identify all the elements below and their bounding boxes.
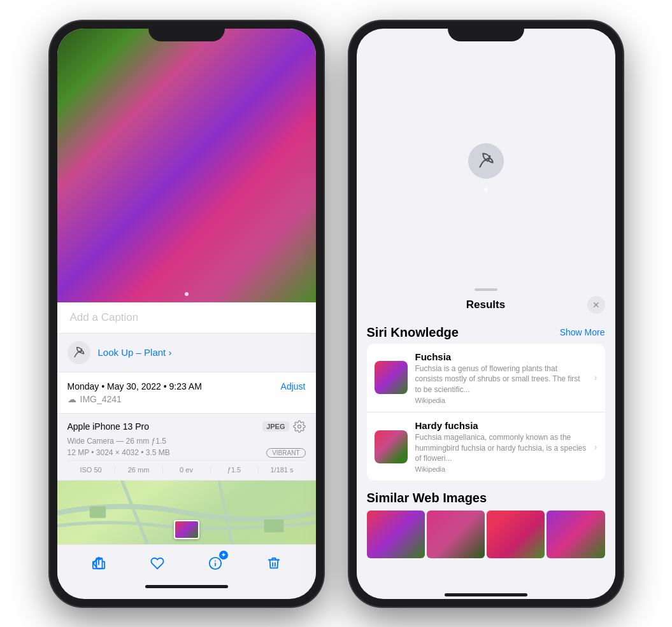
- similar-image-2[interactable]: [427, 511, 485, 558]
- vl-dot-indicator: [484, 188, 488, 192]
- right-phone: Results ✕ Siri Knowledge Show More Fuchs…: [349, 21, 623, 607]
- right-notch: [448, 21, 524, 41]
- notch: [148, 21, 225, 41]
- right-photo-area[interactable]: [357, 29, 615, 283]
- lookup-label: Look Up – Plant ›: [98, 347, 172, 358]
- flower-background: [57, 29, 316, 302]
- fuchsia-source: Wikipedia: [415, 397, 587, 404]
- lookup-prefix: Look Up –: [98, 347, 141, 358]
- leaf-icon: [73, 346, 85, 359]
- visual-lookup-button[interactable]: [468, 143, 504, 179]
- hardy-fuchsia-name: Hardy fuchsia: [415, 420, 587, 431]
- jpeg-badge: JPEG: [262, 421, 289, 432]
- left-screen: Add a Caption Look Up – Plant › Monday •…: [57, 29, 316, 599]
- lookup-row[interactable]: Look Up – Plant ›: [57, 334, 316, 372]
- svg-point-0: [297, 425, 301, 428]
- fuchsia-description: Fuchsia is a genus of flowering plants t…: [415, 363, 587, 395]
- svg-rect-2: [89, 506, 105, 518]
- info-badge: ✦: [219, 551, 228, 560]
- fuchsia-thumbnail: [375, 361, 408, 394]
- exif-ev: 0 ev: [163, 466, 211, 474]
- hardy-fuchsia-description: Fuchsia magellanica, commonly known as t…: [415, 432, 587, 464]
- delete-button[interactable]: [262, 552, 285, 575]
- fuchsia-info: Fuchsia Fuchsia is a genus of flowering …: [415, 351, 587, 404]
- device-section: Apple iPhone 13 Pro JPEG Wide Camera — 2…: [57, 414, 316, 481]
- similar-header: Similar Web Images: [357, 488, 615, 511]
- right-screen: Results ✕ Siri Knowledge Show More Fuchs…: [357, 29, 615, 599]
- similar-image-3[interactable]: [487, 511, 545, 558]
- siri-knowledge-title: Siri Knowledge: [367, 325, 459, 340]
- similar-image-1[interactable]: [367, 511, 425, 558]
- close-button[interactable]: ✕: [587, 296, 605, 314]
- similar-images: [357, 511, 615, 558]
- cloud-icon: ☁: [68, 394, 76, 404]
- lookup-subject: Plant: [141, 347, 166, 358]
- mp-text: 12 MP • 3024 × 4032 • 3.5 MB: [68, 448, 170, 457]
- adjust-button[interactable]: Adjust: [281, 381, 306, 391]
- photo-dot-indicator: [185, 292, 189, 296]
- filename: IMG_4241: [80, 394, 122, 404]
- caption-placeholder[interactable]: Add a Caption: [70, 311, 139, 323]
- exif-row: ISO 50 26 mm 0 ev ƒ1.5 1/181 s: [68, 460, 306, 474]
- show-more-button[interactable]: Show More: [560, 327, 605, 337]
- caption-area[interactable]: Add a Caption: [57, 302, 316, 334]
- map-area[interactable]: [57, 481, 316, 544]
- similar-title: Similar Web Images: [367, 491, 487, 505]
- results-sheet: Results ✕ Siri Knowledge Show More Fuchs…: [357, 283, 615, 591]
- toolbar: ✦: [57, 544, 316, 582]
- exif-shutter: 1/181 s: [259, 466, 306, 474]
- sheet-handle[interactable]: [475, 288, 497, 291]
- info-badge-icon: ✦: [221, 552, 226, 558]
- date-section: Monday • May 30, 2022 • 9:23 AM Adjust ☁…: [57, 372, 316, 414]
- svg-rect-1: [264, 519, 283, 532]
- hardy-fuchsia-source: Wikipedia: [415, 465, 587, 473]
- badge-row: JPEG: [262, 420, 305, 433]
- knowledge-item-hardy-fuchsia[interactable]: Hardy fuchsia Fuchsia magellanica, commo…: [367, 412, 605, 481]
- exif-aperture: ƒ1.5: [211, 466, 259, 474]
- hardy-fuchsia-thumbnail: [375, 430, 408, 463]
- knowledge-card: Fuchsia Fuchsia is a genus of flowering …: [367, 344, 605, 481]
- hardy-fuchsia-info: Hardy fuchsia Fuchsia magellanica, commo…: [415, 420, 587, 473]
- share-button[interactable]: [87, 552, 110, 575]
- fuchsia-chevron-icon: ›: [594, 372, 597, 383]
- knowledge-item-fuchsia[interactable]: Fuchsia Fuchsia is a genus of flowering …: [367, 344, 605, 412]
- device-name: Apple iPhone 13 Pro: [68, 421, 149, 432]
- results-header: Results ✕: [357, 293, 615, 320]
- home-indicator: [145, 585, 228, 588]
- exif-mm: 26 mm: [115, 466, 163, 474]
- photo-area[interactable]: [57, 29, 316, 302]
- lookup-icon-circle: [68, 341, 90, 364]
- right-home-indicator: [445, 593, 527, 596]
- visual-lookup-icon: [477, 152, 495, 170]
- exif-iso: ISO 50: [68, 466, 115, 474]
- siri-knowledge-header: Siri Knowledge Show More: [357, 320, 615, 344]
- results-title: Results: [385, 299, 587, 311]
- like-button[interactable]: [146, 552, 169, 575]
- settings-icon[interactable]: [293, 420, 306, 433]
- vibrant-badge: VIBRANT: [266, 448, 305, 458]
- left-phone: Add a Caption Look Up – Plant › Monday •…: [50, 21, 324, 607]
- date-text: Monday • May 30, 2022 • 9:23 AM: [68, 381, 202, 391]
- camera-spec: Wide Camera — 26 mm ƒ1.5: [68, 437, 306, 446]
- similar-image-4[interactable]: [547, 511, 604, 558]
- map-thumbnail[interactable]: [174, 520, 199, 539]
- fuchsia-name: Fuchsia: [415, 351, 587, 362]
- info-button[interactable]: ✦: [204, 552, 227, 575]
- hardy-fuchsia-chevron-icon: ›: [594, 442, 597, 452]
